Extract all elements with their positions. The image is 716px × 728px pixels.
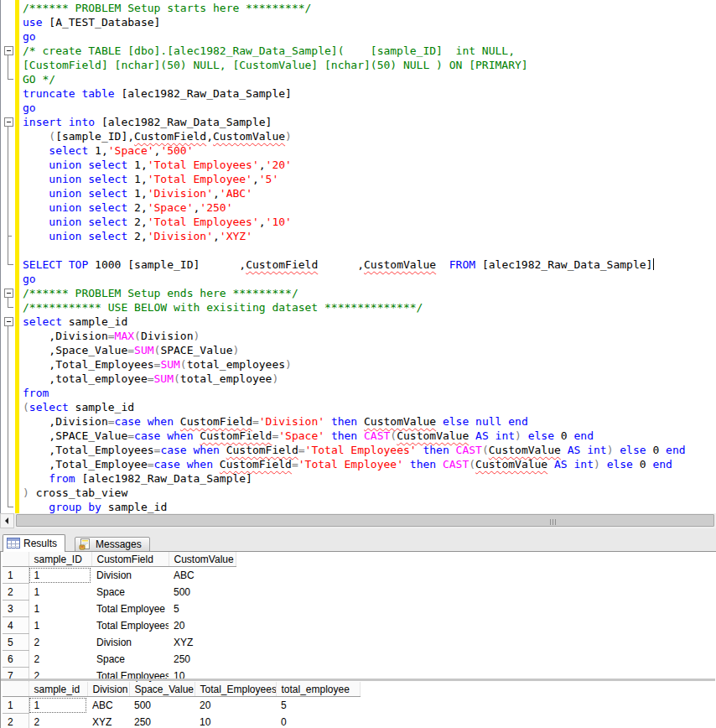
cell[interactable]: 2 [29, 634, 91, 651]
code-line[interactable]: union select 1,'Total Employees','20' [23, 158, 292, 172]
column-header[interactable]: total_employee [276, 682, 360, 697]
cell[interactable]: 5 [276, 697, 360, 714]
cell[interactable]: Space [91, 651, 169, 668]
code-line[interactable]: /* create TABLE [dbo].[alec1982_Raw_Data… [23, 44, 515, 58]
cell[interactable]: Total Employee [91, 601, 169, 617]
code-line[interactable]: /*********** USE BELOW with exisiting da… [23, 300, 423, 315]
code-line[interactable]: ,Total_Employees=case when CustomField='… [23, 443, 686, 457]
code-segment: Division [141, 330, 194, 342]
row-number[interactable]: 6 [3, 651, 29, 668]
cell[interactable]: 20 [195, 697, 276, 714]
column-header[interactable]: sample_ID [29, 552, 91, 567]
cell[interactable]: 1 [29, 697, 87, 714]
cell[interactable]: 250 [129, 714, 195, 728]
code-line[interactable]: ,Total_Employee=case when CustomField='T… [23, 457, 672, 471]
row-number[interactable]: 2 [3, 584, 29, 601]
code-segment: MAX [115, 330, 134, 342]
cell[interactable]: ABC [87, 697, 129, 714]
cell[interactable]: 1 [29, 617, 91, 634]
code-line[interactable]: union select 2,'Space','250' [23, 200, 232, 215]
code-line[interactable]: truncate table [alec1982_Raw_Data_Sample… [23, 86, 292, 101]
column-header[interactable]: sample_id [29, 682, 87, 697]
code-segment: [alec1982_Raw_Data_Sample] [115, 87, 292, 100]
cell[interactable]: 2 [29, 714, 87, 728]
grid-splitter[interactable] [1, 679, 715, 681]
code-segment: total_employees [187, 358, 285, 371]
code-line[interactable]: (select sample_id [23, 400, 134, 414]
code-line[interactable]: GO */ [23, 72, 55, 86]
code-line[interactable]: SELECT TOP 1000 [sample_ID] ,CustomField… [23, 257, 654, 272]
code-line[interactable]: ([sample_ID],CustomField,CustomValue) [23, 129, 292, 143]
code-line[interactable]: go [23, 101, 36, 115]
code-line[interactable]: /****** PROBLEM Setup ends here ********… [23, 286, 298, 300]
code-line[interactable]: [CustomField] [nchar](50) NULL, [CustomV… [23, 58, 528, 72]
code-segment: 1, [127, 159, 147, 171]
tab-messages[interactable]: Messages [75, 537, 150, 552]
cell[interactable]: XYZ [87, 714, 129, 728]
column-header[interactable]: Total_Employees [195, 682, 276, 697]
row-number[interactable]: 1 [3, 697, 29, 714]
results-table[interactable]: sample_IDCustomFieldCustomValue11Divisio… [3, 552, 236, 684]
cell[interactable]: 1 [29, 567, 91, 584]
row-number[interactable]: 2 [3, 714, 29, 728]
code-line[interactable]: ,total_employee=SUM(total_employee) [23, 372, 278, 386]
code-line[interactable]: ,Total_Employees=SUM(total_employees) [23, 357, 292, 372]
code-line[interactable]: go [23, 29, 36, 44]
cell[interactable]: 5 [169, 601, 236, 617]
summary-table[interactable]: sample_idDivisionSpace_ValueTotal_Employ… [3, 682, 361, 728]
column-header[interactable]: Space_Value [129, 682, 195, 697]
cell[interactable]: ABC [169, 567, 236, 584]
code-segment: = [298, 444, 305, 456]
code-lines[interactable]: /****** PROBLEM Setup starts here ******… [1, 0, 716, 513]
cell[interactable]: Division [91, 567, 169, 584]
code-line[interactable]: ,Division=MAX(Division) [23, 329, 200, 343]
code-line[interactable]: insert into [alec1982_Raw_Data_Sample] [23, 115, 272, 129]
scrollbar-thumb[interactable] [16, 514, 714, 527]
editor-results-splitter[interactable] [0, 528, 716, 534]
code-line[interactable]: ,Space_Value=SUM(SPACE_Value) [23, 343, 239, 357]
corner-header[interactable] [3, 552, 29, 567]
tab-results[interactable]: Results [3, 534, 65, 552]
code-line[interactable]: use [A_TEST_Database] [23, 15, 160, 29]
code-line[interactable]: union select 1,'Total Employee','5' [23, 172, 278, 186]
cell[interactable]: 1 [29, 584, 91, 601]
code-line[interactable]: group by sample_id [23, 500, 167, 514]
code-line[interactable]: ) cross_tab_view [23, 486, 127, 500]
row-number[interactable]: 5 [3, 634, 29, 651]
code-segment [23, 187, 49, 200]
column-header[interactable]: Division [87, 682, 129, 697]
code-line[interactable]: from [23, 386, 49, 400]
cell[interactable]: 500 [169, 584, 236, 601]
cell[interactable]: Total Employees [91, 617, 169, 634]
code-line[interactable]: union select 2,'Total Employees','10' [23, 215, 292, 229]
code-segment: from [23, 387, 49, 399]
cell[interactable]: 20 [169, 617, 236, 634]
code-line[interactable]: ,Division=case when CustomField='Divisio… [23, 414, 528, 429]
left-arrow-icon[interactable] [0, 513, 14, 528]
row-number[interactable]: 1 [3, 567, 29, 584]
code-line[interactable]: from [alec1982_Raw_Data_Sample] [23, 471, 252, 486]
cell[interactable]: 10 [195, 714, 276, 728]
corner-header[interactable] [3, 682, 29, 697]
column-header[interactable]: CustomField [91, 552, 169, 567]
code-line[interactable]: go [23, 272, 36, 286]
cell[interactable]: 0 [276, 714, 360, 728]
code-line[interactable]: union select 2,'Division','XYZ' [23, 229, 252, 243]
cell[interactable]: Division [91, 634, 169, 651]
cell[interactable]: 500 [129, 697, 195, 714]
code-line[interactable]: select 1,'Space','500' [23, 143, 194, 158]
cell[interactable]: Space [91, 584, 169, 601]
row-number[interactable]: 4 [3, 617, 29, 634]
code-line[interactable]: /****** PROBLEM Setup starts here ******… [23, 1, 311, 15]
sql-editor-pane[interactable]: /****** PROBLEM Setup starts here ******… [0, 0, 716, 513]
code-line[interactable]: select sample_id [23, 315, 127, 329]
horizontal-scrollbar[interactable] [0, 513, 716, 528]
code-line[interactable]: union select 1,'Division','ABC' [23, 186, 252, 200]
cell[interactable]: XYZ [169, 634, 236, 651]
cell[interactable]: 250 [169, 651, 236, 668]
cell[interactable]: 2 [29, 651, 91, 668]
column-header[interactable]: CustomValue [169, 552, 236, 567]
code-line[interactable]: ,SPACE_Value=case when CustomField='Spac… [23, 429, 594, 443]
cell[interactable]: 1 [29, 601, 91, 617]
row-number[interactable]: 3 [3, 601, 29, 617]
